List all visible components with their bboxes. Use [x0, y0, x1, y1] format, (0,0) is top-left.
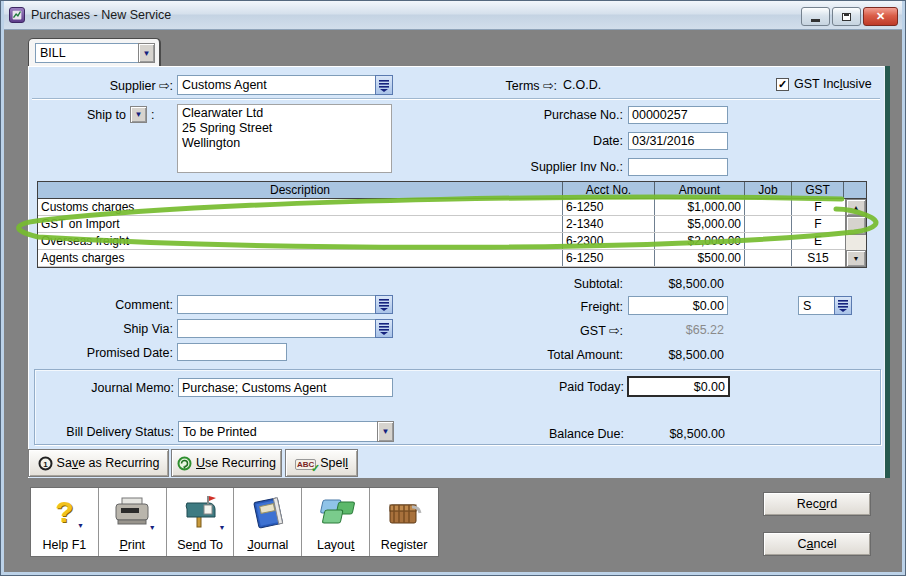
- freight-gst-code: S: [798, 296, 834, 315]
- cell-description[interactable]: Customs charges: [38, 199, 563, 215]
- table-scrollbar[interactable]: ▲ ▼: [845, 199, 866, 267]
- cell-description[interactable]: GST on Import: [38, 216, 563, 232]
- comment-value: [177, 295, 375, 314]
- comment-combo[interactable]: [177, 295, 393, 314]
- col-amount: Amount: [655, 182, 745, 198]
- save-as-recurring-button[interactable]: 1 Save as Recurring: [28, 449, 169, 477]
- supplier-combo[interactable]: Customs Agent: [177, 75, 393, 95]
- minimize-icon: [811, 19, 820, 22]
- cell-acct[interactable]: 6-1250: [563, 199, 655, 215]
- paid-today-input[interactable]: $0.00: [627, 376, 730, 397]
- spell-button[interactable]: ABC ✓ Spell: [285, 449, 358, 477]
- list-dropdown-icon[interactable]: [834, 296, 852, 315]
- print-button[interactable]: ▼ Print: [99, 488, 167, 556]
- journal-button[interactable]: Journal: [234, 488, 302, 556]
- maximize-button[interactable]: [832, 7, 861, 26]
- cell-description[interactable]: Agents charges: [38, 250, 563, 266]
- comment-label: Comment:: [29, 298, 173, 312]
- table-row[interactable]: Customs charges 6-1250 $1,000.00 F: [38, 199, 866, 216]
- ship-to-address[interactable]: Clearwater Ltd 25 Spring Street Wellingt…: [177, 104, 392, 173]
- terms-label: Terms ⇨:: [409, 78, 557, 93]
- gst-inclusive-field: ✓ GST Inclusive: [776, 77, 872, 91]
- cell-acct[interactable]: 6-1250: [563, 250, 655, 266]
- list-dropdown-icon[interactable]: [375, 75, 393, 95]
- purchase-no-input[interactable]: 00000257: [628, 106, 728, 124]
- col-gst: GST: [792, 182, 844, 198]
- ship-via-label: Ship Via:: [29, 322, 173, 336]
- panel-edge: [884, 66, 890, 478]
- scroll-up-icon[interactable]: ▲: [846, 199, 866, 216]
- promised-date-input[interactable]: [177, 343, 287, 361]
- cell-gst[interactable]: F: [792, 199, 844, 215]
- title-bar: Purchases - New Service ✕: [0, 0, 906, 30]
- journal-label: Journal: [247, 538, 288, 552]
- list-dropdown-icon[interactable]: [375, 319, 393, 338]
- use-recurring-label: Use Recurring: [196, 456, 276, 470]
- freight-gst-code-combo[interactable]: S: [798, 296, 852, 315]
- promised-date-label: Promised Date:: [29, 346, 173, 360]
- cell-amount[interactable]: $1,000.00: [655, 199, 745, 215]
- register-button[interactable]: Register: [370, 488, 438, 556]
- ship-via-combo[interactable]: [177, 319, 393, 338]
- restore-icon: [842, 13, 851, 21]
- table-row[interactable]: Overseas freight 6-2300 $2,000.00 E: [38, 233, 866, 250]
- supplier-inv-input[interactable]: [628, 158, 728, 176]
- purchases-window: { "window": { "title": "Purchases - New …: [0, 0, 906, 576]
- record-label: Record: [797, 497, 837, 511]
- cell-job[interactable]: [745, 199, 792, 215]
- chevron-down-icon[interactable]: ▼: [138, 43, 155, 63]
- cancel-button[interactable]: Cancel: [763, 532, 871, 556]
- ship-to-colon: :: [151, 108, 154, 122]
- bill-delivery-status-label: Bill Delivery Status:: [35, 425, 174, 439]
- cell-description[interactable]: Overseas freight: [38, 233, 563, 249]
- bill-type-tab: BILL ▼: [28, 38, 161, 66]
- freight-input[interactable]: $0.00: [628, 296, 728, 315]
- save-as-recurring-label: Save as Recurring: [57, 456, 160, 470]
- cell-gst[interactable]: S15: [792, 250, 844, 266]
- cell-job[interactable]: [745, 250, 792, 266]
- col-job: Job: [745, 182, 792, 198]
- chevron-down-icon[interactable]: ▼: [377, 421, 394, 442]
- record-button[interactable]: Record: [763, 492, 871, 516]
- supplier-inv-label: Supplier Inv No.:: [463, 160, 623, 174]
- print-label: Print: [119, 538, 145, 552]
- bill-delivery-status-value: To be Printed: [178, 421, 377, 442]
- close-button[interactable]: ✕: [863, 7, 898, 26]
- cell-gst[interactable]: E: [792, 233, 844, 249]
- cell-job[interactable]: [745, 233, 792, 249]
- gst-inclusive-checkbox[interactable]: ✓: [776, 78, 789, 91]
- bill-type-combo[interactable]: BILL ▼: [35, 43, 155, 63]
- spell-label: Spell: [320, 456, 348, 470]
- use-recurring-button[interactable]: Use Recurring: [171, 449, 282, 477]
- total-amount-value: $8,500.00: [524, 348, 724, 362]
- ship-via-value: [177, 319, 375, 338]
- cell-job[interactable]: [745, 216, 792, 232]
- scroll-down-icon[interactable]: ▼: [846, 250, 866, 267]
- cell-acct[interactable]: 6-2300: [563, 233, 655, 249]
- gst-inclusive-label: GST Inclusive: [794, 77, 872, 91]
- table-header: Description Acct No. Amount Job GST: [38, 182, 866, 199]
- dropdown-arrow-icon: ▼: [149, 524, 156, 531]
- cell-gst[interactable]: F: [792, 216, 844, 232]
- cell-amount[interactable]: $5,000.00: [655, 216, 745, 232]
- cell-amount[interactable]: $500.00: [655, 250, 745, 266]
- table-row[interactable]: GST on Import 2-1340 $5,000.00 F: [38, 216, 866, 233]
- cell-amount[interactable]: $2,000.00: [655, 233, 745, 249]
- minimize-button[interactable]: [801, 7, 830, 26]
- subtotal-value: $8,500.00: [524, 277, 724, 291]
- layout-button[interactable]: Layout: [302, 488, 370, 556]
- recurring-clock-icon: 1: [38, 456, 53, 471]
- list-dropdown-icon[interactable]: [375, 295, 393, 314]
- bill-delivery-status-combo[interactable]: To be Printed ▼: [178, 421, 394, 442]
- paid-today-label: Paid Today:: [464, 380, 624, 394]
- payment-subpanel: Journal Memo: Purchase; Customs Agent Pa…: [34, 369, 881, 445]
- date-input[interactable]: 03/31/2016: [628, 132, 728, 150]
- send-to-button[interactable]: ▼ Send To: [167, 488, 235, 556]
- ship-to-dropdown-icon[interactable]: ▼: [130, 106, 147, 123]
- cell-acct[interactable]: 2-1340: [563, 216, 655, 232]
- table-row[interactable]: Agents charges 6-1250 $500.00 S15: [38, 250, 866, 267]
- scrollbar-thumb[interactable]: [846, 216, 866, 235]
- journal-memo-input[interactable]: Purchase; Customs Agent: [178, 378, 393, 397]
- bill-type-value: BILL: [35, 43, 138, 63]
- help-button[interactable]: ? ▼ Help F1: [31, 488, 99, 556]
